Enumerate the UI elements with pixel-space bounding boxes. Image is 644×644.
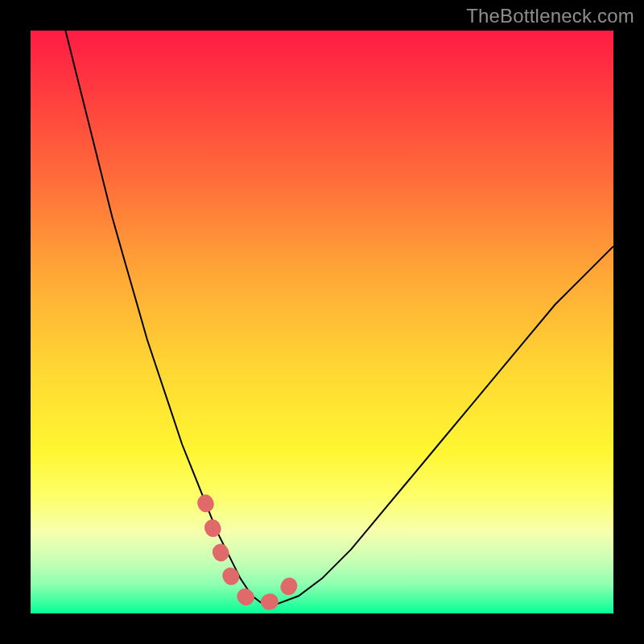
chart-plot-area	[31, 31, 613, 613]
highlight-overlay-path	[205, 502, 299, 603]
chart-svg	[31, 31, 613, 613]
chart-frame: TheBottleneck.com	[0, 0, 644, 644]
watermark-text: TheBottleneck.com	[466, 5, 634, 27]
bottleneck-curve-path	[65, 31, 613, 605]
